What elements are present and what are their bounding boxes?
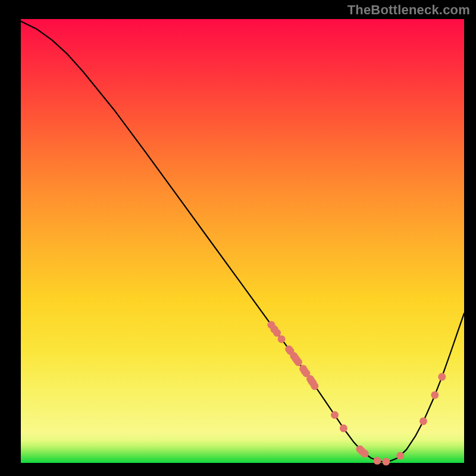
data-point <box>331 411 339 419</box>
svg-rect-1 <box>21 19 464 433</box>
data-point <box>438 373 446 381</box>
data-point <box>374 457 381 465</box>
data-point <box>396 452 404 460</box>
gradient-background <box>21 19 464 463</box>
data-point <box>382 458 390 465</box>
data-point <box>311 382 318 390</box>
data-point <box>271 325 278 333</box>
data-point <box>278 335 286 343</box>
chart-container: TheBottleneck.com <box>0 0 476 476</box>
bottleneck-curve-chart <box>0 0 476 476</box>
data-point <box>361 450 369 458</box>
watermark-label: TheBottleneck.com <box>347 2 470 18</box>
data-point <box>340 424 347 432</box>
data-point <box>431 391 439 399</box>
data-point <box>295 358 302 366</box>
data-point <box>419 417 427 425</box>
